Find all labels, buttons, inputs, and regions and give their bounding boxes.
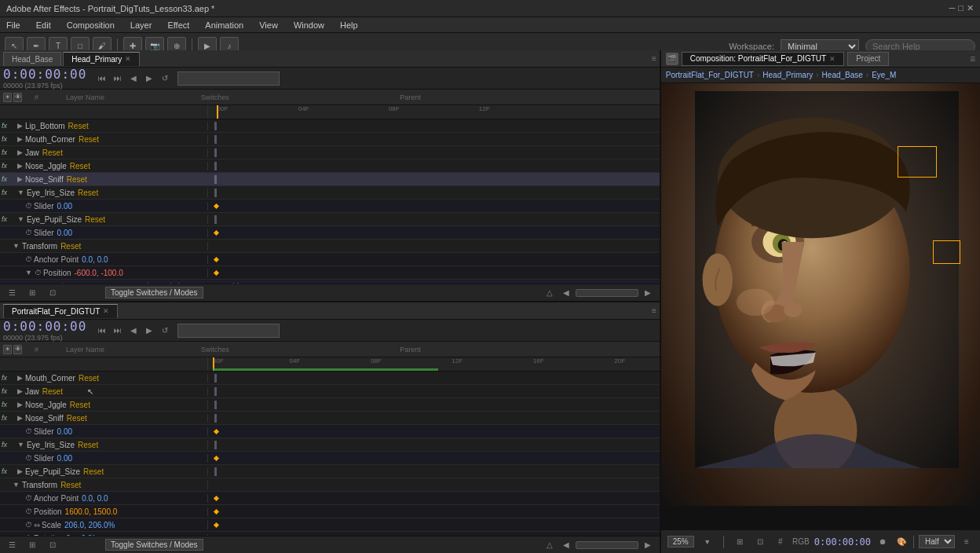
top-tool-1[interactable]: ⏮ <box>95 72 109 85</box>
layer-row[interactable]: fx ▶ Eye_Pupil_Size Reset <box>0 465 660 478</box>
breadcrumb-head-primary[interactable]: Head_Primary <box>762 71 813 79</box>
viewer-footer: 25% ▼ ⊞ ⊡ # RGB 0:00:00:00 ⏺ 🎨 Half ≡ <box>661 529 980 553</box>
top-tool-4[interactable]: ▶ <box>142 72 156 85</box>
toggle-switches-bottom[interactable]: Toggle Switches / Modes <box>105 539 203 551</box>
layer-row[interactable]: fx ▶ Jaw Reset <box>0 385 660 398</box>
layer-row[interactable]: fx ▶ Mouth_Corner Reset <box>0 133 660 146</box>
bottom-tool-1[interactable]: ⏮ <box>95 324 109 337</box>
bottom-vis-all[interactable]: 👁 <box>13 345 22 354</box>
menu-edit[interactable]: Edit <box>33 20 54 31</box>
viewer-options[interactable]: ≡ <box>960 536 974 548</box>
bottom-tool-4[interactable]: ▶ <box>142 324 156 337</box>
bottom-comp-search[interactable] <box>177 324 280 338</box>
close-btn[interactable]: ✕ <box>967 3 974 13</box>
layer-row[interactable]: fx ▼ Eye_Iris_Size Reset <box>0 438 660 452</box>
tab-head-primary[interactable]: Head_Primary ✕ <box>63 52 140 66</box>
bottom-footer-scroll-left[interactable]: ◀ <box>559 539 573 551</box>
bottom-footer-scroll-right[interactable]: ▶ <box>641 539 655 551</box>
top-tool-5[interactable]: ↺ <box>158 72 172 85</box>
svg-point-10 <box>784 302 802 317</box>
top-timecode[interactable]: 0:00:00:00 <box>3 67 86 82</box>
top-vis-all[interactable]: 👁 <box>13 93 22 102</box>
bottom-comp-menu-icon[interactable]: ≡ <box>652 306 656 315</box>
layer-row[interactable]: fx ▶ Nose_Jggle Reset <box>0 398 660 412</box>
tab-head-base[interactable]: Head_Base <box>3 52 61 66</box>
layer-row[interactable]: ▼ Transform Reset <box>0 240 660 253</box>
breadcrumb-eye-m[interactable]: Eye_M <box>872 71 896 79</box>
bottom-footer-icon3[interactable]: ⊡ <box>46 539 60 551</box>
top-footer-icon3[interactable]: ⊡ <box>46 287 60 299</box>
layer-row[interactable]: fx ▶ Mouth_Corner Reset <box>0 372 660 385</box>
layer-row[interactable]: fx ▶ Nose_Jggle Reset <box>0 159 660 173</box>
layer-row[interactable]: fx ▶ Nose_Sniff Reset <box>0 412 660 425</box>
bottom-timecode[interactable]: 0:00:00:00 <box>3 319 86 334</box>
layer-row-scale[interactable]: ⏱ ⇔ Scale 206.0, 206.0% <box>0 518 660 532</box>
bottom-switches-header: Switches <box>201 346 229 353</box>
bottom-layername-header: Layer Name <box>66 346 201 353</box>
tab-project[interactable]: Project <box>847 52 889 66</box>
layer-row-position[interactable]: ▼ ⏱ Position -600.0, -100.0 <box>0 266 660 280</box>
menu-composition[interactable]: Composition <box>64 20 118 31</box>
layer-row[interactable]: fx ▶ Lip_Bottom Reset <box>0 119 660 133</box>
top-footer-icon2[interactable]: ⊞ <box>25 287 39 299</box>
menu-layer[interactable]: Layer <box>127 20 155 31</box>
layer-row-position-bottom[interactable]: ⏱ Position 1600.0, 1500.0 <box>0 505 660 518</box>
toggle-switches-top[interactable]: Toggle Switches / Modes <box>105 287 203 298</box>
top-tool-3[interactable]: ◀ <box>126 72 141 85</box>
top-footer-expand[interactable]: △ <box>543 287 557 299</box>
bottom-footer-icon2[interactable]: ⊞ <box>25 539 39 551</box>
bottom-tool-3[interactable]: ◀ <box>126 324 141 337</box>
tab-head-primary-close[interactable]: ✕ <box>125 55 131 63</box>
layer-row[interactable]: ⏱ Slider 0.00 <box>0 425 660 438</box>
grid-btn[interactable]: # <box>773 536 788 548</box>
layer-row[interactable]: ⏱ Slider 0.00 <box>0 452 660 465</box>
bottom-tool-2[interactable]: ⏭ <box>111 324 125 337</box>
breadcrumb-portrait[interactable]: PortraitFlat_For_DIGTUT <box>666 71 754 79</box>
right-panel-menu[interactable]: ≡ <box>970 53 975 64</box>
tab-portrait-close[interactable]: ✕ <box>103 307 109 315</box>
layer-row-transform[interactable]: ▼ Transform Reset <box>0 478 660 492</box>
top-tool-2[interactable]: ⏭ <box>111 72 125 85</box>
maximize-btn[interactable]: □ <box>958 3 964 13</box>
top-comp-search[interactable] <box>177 71 280 86</box>
zoom-level[interactable]: 25% <box>667 536 694 548</box>
tab-portrait-flat[interactable]: PortraitFlat_For_DIGTUT ✕ <box>3 304 118 318</box>
render-btn[interactable]: ⏺ <box>876 536 890 548</box>
top-solo-all[interactable]: ☀ <box>3 93 12 102</box>
minimize-btn[interactable]: ─ <box>949 3 956 13</box>
breadcrumb-head-base[interactable]: Head_Base <box>822 71 863 79</box>
bottom-footer-icon1[interactable]: ☰ <box>5 539 19 551</box>
menu-view[interactable]: View <box>256 20 281 31</box>
top-footer-scroll-left[interactable]: ◀ <box>559 287 573 299</box>
top-comp-menu-icon[interactable]: ≡ <box>652 54 656 63</box>
quality-select[interactable]: Half <box>919 535 955 548</box>
comp-tab-close[interactable]: ✕ <box>829 55 836 63</box>
tab-composition-view[interactable]: Composition: PortraitFlat_For_DIGTUT ✕ <box>682 52 844 66</box>
channels-btn[interactable]: RGB <box>794 536 808 548</box>
bottom-solo-all[interactable]: ☀ <box>3 345 12 354</box>
menu-help[interactable]: Help <box>337 20 361 31</box>
layer-row[interactable]: fx ▶ Nose_Sniff Reset <box>0 173 660 186</box>
layer-row-anchor-point-bottom[interactable]: ⏱ Anchor Point 0.0, 0.0 <box>0 492 660 505</box>
right-panel-icon[interactable]: 🎬 <box>666 53 678 65</box>
menu-animation[interactable]: Animation <box>202 20 247 31</box>
color-mgmt[interactable]: 🎨 <box>894 536 909 548</box>
bottom-footer-expand[interactable]: △ <box>543 539 557 551</box>
safe-areas[interactable]: ⊡ <box>753 536 767 548</box>
menu-effect[interactable]: Effect <box>164 20 192 31</box>
layer-row-rotation[interactable]: ⏱ Rotation 0x +0.0° <box>0 532 660 536</box>
menu-window[interactable]: Window <box>291 20 327 31</box>
top-footer-icon1[interactable]: ☰ <box>5 287 19 299</box>
zoom-dropdown-icon[interactable]: ▼ <box>700 536 715 548</box>
layer-row[interactable]: ⏱ Slider 0.00 <box>0 200 660 213</box>
bottom-tool-5[interactable]: ↺ <box>158 324 172 337</box>
layer-row-anchor-point[interactable]: ⏱ Anchor Point 0.0, 0.0 <box>0 253 660 266</box>
menu-file[interactable]: File <box>3 20 24 31</box>
fit-to-window[interactable]: ⊞ <box>733 536 747 548</box>
layer-row[interactable]: fx ▼ Eye_Pupil_Size Reset <box>0 213 660 226</box>
layer-row[interactable]: ⏱ Slider 0.00 <box>0 226 660 240</box>
bottom-ruler: 00F 04F 08F 12F 16F 20F <box>208 357 660 371</box>
layer-row[interactable]: fx ▼ Eye_Iris_Size Reset <box>0 186 660 200</box>
layer-row[interactable]: fx ▶ Jaw Reset <box>0 146 660 159</box>
top-footer-scroll-right[interactable]: ▶ <box>641 287 655 299</box>
